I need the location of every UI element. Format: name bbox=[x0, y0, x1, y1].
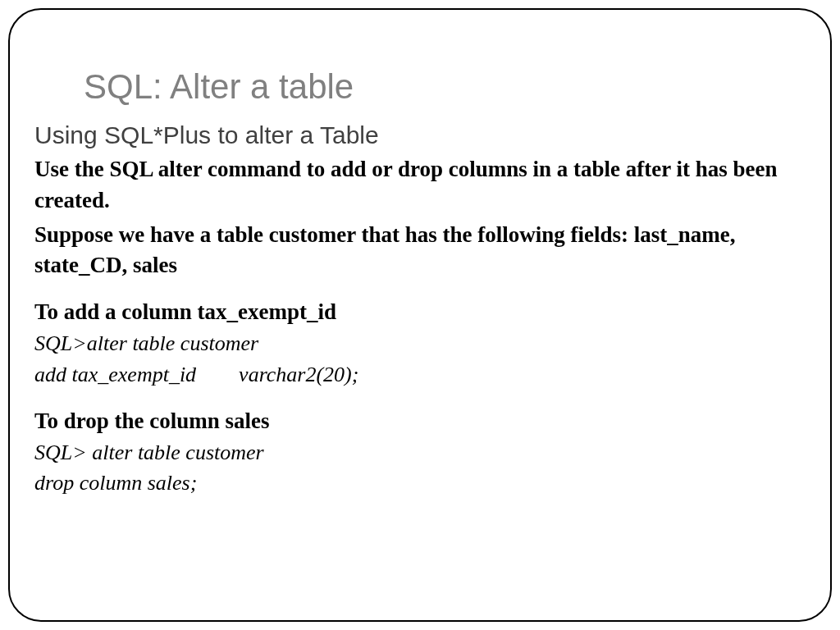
code-drop-line-1: SQL> alter table customer bbox=[34, 437, 806, 468]
intro-paragraph-2: Suppose we have a table customer that ha… bbox=[34, 220, 806, 282]
slide-title: SQL: Alter a table bbox=[84, 67, 806, 107]
section-heading-add: To add a column tax_exempt_id bbox=[34, 299, 806, 325]
code-add-line-2: add tax_exempt_id varchar2(20); bbox=[34, 359, 806, 390]
code-drop-line-2: drop column sales; bbox=[34, 468, 806, 499]
slide-subtitle: Using SQL*Plus to alter a Table bbox=[34, 121, 806, 149]
section-heading-drop: To drop the column sales bbox=[34, 409, 806, 434]
intro-paragraph-1: Use the SQL alter command to add or drop… bbox=[34, 154, 806, 217]
code-add-line-1: SQL>alter table customer bbox=[34, 328, 806, 359]
slide-frame: SQL: Alter a table Using SQL*Plus to alt… bbox=[8, 8, 832, 622]
